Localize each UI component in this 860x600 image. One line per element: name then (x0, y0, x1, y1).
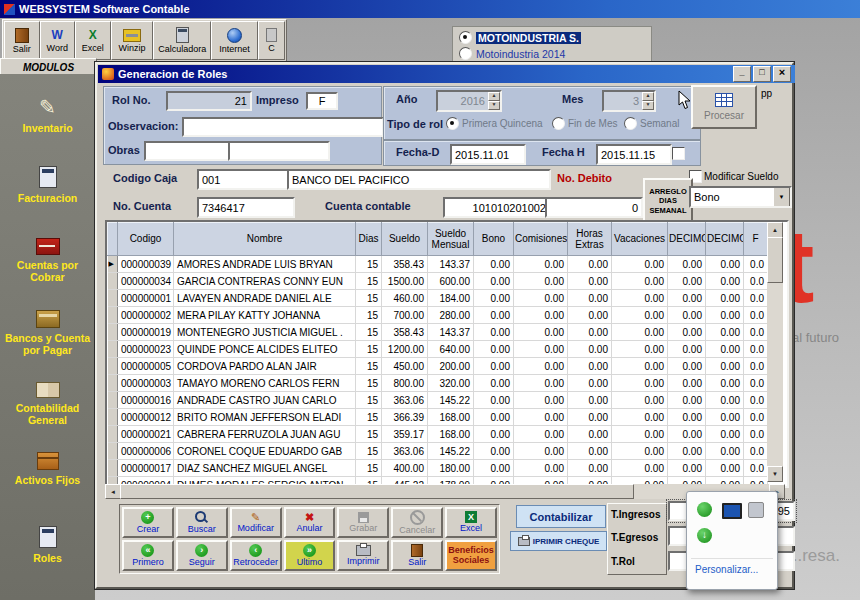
company-option-selected[interactable]: MOTOINDUSTRIA S. (459, 31, 645, 44)
beneficios-sociales-button[interactable]: Beneficios Sociales (445, 540, 497, 571)
grid-horizontal-scrollbar[interactable] (105, 484, 785, 499)
retroceder-label: Retroceder (233, 558, 278, 568)
cancelar-label: Cancelar (399, 526, 435, 536)
sidebar-item-facturacion[interactable]: Facturacion (0, 166, 95, 204)
tray-update-icon[interactable] (697, 528, 712, 543)
sidebar-item-activos-fijos[interactable]: Activos Fijos (0, 452, 95, 486)
sidebar-item-roles[interactable]: Roles (0, 526, 95, 564)
company-option-label-unselected: Motoindustria 2014 (476, 48, 565, 60)
table-row[interactable]: 000000034 GARCIA CONTRERAS CONNY EUN 15 … (108, 273, 768, 290)
cell-decimo-2: 0.00 (706, 324, 744, 341)
sidebar-item-inventario[interactable]: Inventario (0, 96, 95, 134)
procesar-label: Procesar (704, 110, 744, 121)
contabilizar-button[interactable]: Contabilizar (516, 505, 606, 528)
scroll-up-arrow-icon[interactable] (767, 222, 783, 238)
primero-button[interactable]: Primero (122, 540, 174, 571)
vertical-scroll-thumb[interactable] (767, 237, 783, 283)
buscar-button[interactable]: Buscar (176, 507, 228, 538)
personalizar-link[interactable]: Personalizar... (695, 564, 758, 575)
cell-dias: 15 (356, 460, 382, 477)
company-option-unselected[interactable]: Motoindustria 2014 (459, 47, 645, 60)
mouse-cursor (678, 90, 692, 112)
cell-vacaciones: 0.00 (612, 341, 668, 358)
toolbar-button-winzip[interactable]: Winzip (111, 21, 154, 60)
sidebar-item-bancos[interactable]: Bancos y Cuenta por Pagar (0, 310, 95, 356)
grid-header-decimo-1: DECIMO (668, 223, 706, 256)
ultimo-button[interactable]: Ultimo (284, 540, 336, 571)
close-button[interactable] (773, 66, 791, 82)
cell-vacaciones: 0.00 (612, 273, 668, 290)
table-row[interactable]: 000000023 QUINDE PONCE ALCIDES ELITEO 15… (108, 341, 768, 358)
imprimir-button[interactable]: Imprimir (337, 540, 389, 571)
table-row[interactable]: 000000039 AMORES ANDRADE LUIS BRYAN 15 3… (108, 256, 768, 273)
cell-decimo-1: 0.00 (668, 375, 706, 392)
cell-codigo: 000000003 (118, 375, 174, 392)
table-row[interactable]: 000000001 LAVAYEN ANDRADE DANIEL ALE 15 … (108, 290, 768, 307)
toolbar-button-salir[interactable]: Salir (4, 21, 40, 60)
arreglo-dias-button[interactable]: ARREGLO DIAS SEMANAL (643, 178, 693, 224)
minimize-button[interactable] (733, 66, 751, 82)
tray-shield-icon[interactable] (697, 502, 712, 517)
no-cuenta-input[interactable]: 7346417 (197, 197, 295, 218)
banco-input[interactable]: BANCO DEL PACIFICO (287, 169, 551, 190)
crear-button[interactable]: Crear (122, 507, 174, 538)
cell-decimo-2: 0.00 (706, 341, 744, 358)
table-row[interactable]: 000000021 CABRERA FERRUZOLA JUAN AGU 15 … (108, 426, 768, 443)
bono-select[interactable]: Bono (689, 186, 792, 208)
toolbar-label-clipped: C (268, 43, 275, 53)
toolbar-button-excel[interactable]: Excel (75, 21, 111, 60)
table-row[interactable]: 000000019 MONTENEGRO JUSTICIA MIGUEL . 1… (108, 324, 768, 341)
procesar-button[interactable]: Procesar (691, 85, 757, 129)
table-row[interactable]: 000000002 MERA PILAY KATTY JOHANNA 15 70… (108, 307, 768, 324)
codigo-caja-input[interactable]: 001 (197, 169, 295, 190)
seguir-button[interactable]: Seguir (176, 540, 228, 571)
fecha-checkbox[interactable] (672, 147, 685, 160)
imprimir-cheque-button[interactable]: IPRIMIR CHEQUE (510, 531, 607, 551)
table-row[interactable]: 000000005 CORDOVA PARDO ALAN JAIR 15 450… (108, 358, 768, 375)
toolbar-button-clipped[interactable]: C (258, 21, 285, 60)
excel-export-button[interactable]: Excel (445, 507, 497, 538)
toolbar-button-word[interactable]: Word (40, 21, 76, 60)
anular-button[interactable]: Anular (284, 507, 336, 538)
toolbar-button-internet[interactable]: Internet (211, 21, 258, 60)
radio-semanal-label: Semanal (640, 118, 679, 129)
cell-codigo: 000000002 (118, 307, 174, 324)
pp-label: pp (761, 88, 772, 99)
obras-input-1[interactable] (144, 141, 236, 161)
fecha-d-input[interactable]: 2015.11.01 (450, 144, 526, 165)
cuenta-contable-input[interactable]: 101010201002 (443, 197, 551, 218)
horizontal-scroll-thumb[interactable] (120, 484, 634, 499)
table-row[interactable]: 000000006 CORONEL COQUE EDUARDO GAB 15 3… (108, 443, 768, 460)
dropdown-arrow-icon[interactable] (773, 187, 790, 207)
maximize-button[interactable] (753, 66, 771, 82)
fecha-h-input[interactable]: 2015.11.15 (596, 144, 672, 165)
table-row[interactable]: 000000003 TAMAYO MORENO CARLOS FERN 15 8… (108, 375, 768, 392)
tray-display-icon[interactable] (722, 503, 742, 519)
background-watermark-fragment: ...resa. (788, 546, 840, 566)
table-row[interactable]: 000000017 DIAZ SANCHEZ MIGUEL ANGEL 15 4… (108, 460, 768, 477)
table-row[interactable]: 000000016 ANDRADE CASTRO JUAN CARLO 15 3… (108, 392, 768, 409)
observacion-input[interactable] (182, 117, 384, 137)
scroll-down-arrow-icon[interactable] (767, 466, 783, 482)
sidebar-label-inventario: Inventario (20, 122, 74, 134)
cell-vacaciones: 0.00 (612, 290, 668, 307)
actions-panel: Crear Buscar Modificar Anular Grabar Can… (119, 504, 500, 574)
cell-horas-extras: 0.00 (568, 256, 612, 273)
cuenta-aux-input[interactable]: 0 (545, 197, 643, 218)
cell-nombre: AMORES ANDRADE LUIS BRYAN (174, 256, 356, 273)
grid-vertical-scrollbar[interactable] (767, 222, 783, 482)
sidebar-item-cuentas-por-cobrar[interactable]: Cuentas por Cobrar (0, 238, 95, 283)
modificar-button[interactable]: Modificar (230, 507, 282, 538)
salir-dialog-button[interactable]: Salir (391, 540, 443, 571)
word-icon (52, 29, 63, 42)
sidebar-label-roles: Roles (31, 552, 64, 564)
toolbar-button-calculadora[interactable]: Calculadora (153, 21, 211, 60)
cell-decimo-2: 0.00 (706, 256, 744, 273)
scroll-left-arrow-icon[interactable] (105, 484, 121, 499)
cell-comisiones: 0.00 (514, 392, 568, 409)
obras-input-2[interactable] (228, 141, 330, 161)
table-row[interactable]: 000000012 BRITO ROMAN JEFFERSON ELADI 15… (108, 409, 768, 426)
tray-device-icon[interactable] (748, 502, 764, 518)
retroceder-button[interactable]: Retroceder (230, 540, 282, 571)
sidebar-item-contabilidad[interactable]: Contabilidad General (0, 382, 95, 426)
